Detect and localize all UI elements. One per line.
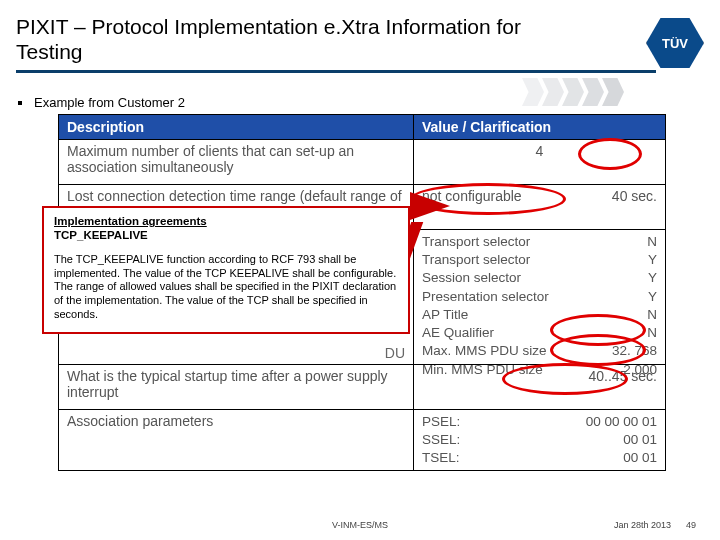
footer: V-INM-ES/MS Jan 28th 2013 49: [0, 520, 720, 530]
cell-value: not configurable 40 sec.: [414, 185, 665, 229]
callout-arrow-icon: [410, 192, 450, 220]
item-val: N: [647, 233, 657, 251]
item-key: TSEL:: [422, 449, 460, 467]
footer-right: Jan 28th 2013 49: [614, 520, 696, 530]
item-val: 00 01: [623, 431, 657, 449]
header-value: Value / Clarification: [414, 115, 665, 139]
cell-description: Association parameters: [59, 410, 414, 470]
footer-date: Jan 28th 2013: [614, 520, 671, 530]
slide: TÜV PIXIT – Protocol Implementation e.Xt…: [0, 0, 720, 540]
item-key: SSEL:: [422, 431, 460, 449]
bullet-text: Example from Customer 2: [34, 95, 185, 110]
item-val: Y: [648, 269, 657, 287]
item-key: PSEL:: [422, 413, 460, 431]
item-val: Y: [648, 288, 657, 306]
title-underline: [16, 70, 656, 73]
table-header-row: Description Value / Clarification: [58, 114, 666, 140]
page-title: PIXIT – Protocol Implementation e.Xtra I…: [16, 14, 576, 64]
item-key: Session selector: [422, 269, 521, 287]
chevron-icon: [582, 78, 604, 106]
highlight-circle-icon: [550, 334, 646, 366]
item-val: Y: [648, 251, 657, 269]
chevron-icon: [542, 78, 564, 106]
item-key: AP Title: [422, 306, 468, 324]
chevron-icon: [602, 78, 624, 106]
chevron-icon: [522, 78, 544, 106]
highlight-circle-icon: [502, 363, 628, 395]
item-val: 00 00 00 01: [586, 413, 657, 431]
list-item: Transport selectorN: [422, 233, 657, 251]
list-item: Transport selectorY: [422, 251, 657, 269]
table-row: Association parameters PSEL:00 00 00 01 …: [58, 410, 666, 471]
cell-description: What is the typical startup time after a…: [59, 365, 414, 409]
cell-description: Maximum number of clients that can set-u…: [59, 140, 414, 184]
callout-subtitle: TCP_KEEPALIVE: [54, 228, 398, 242]
tuv-logo-hex: TÜV: [646, 14, 704, 72]
list-item: PSEL:00 00 00 01: [422, 413, 657, 431]
callout-title: Implementation agreements: [54, 214, 398, 228]
list-item: TSEL:00 01: [422, 449, 657, 467]
list-item: Session selectorY: [422, 269, 657, 287]
chevron-strip-icon: [524, 78, 624, 106]
table-row: Maximum number of clients that can set-u…: [58, 140, 666, 185]
chevron-icon: [562, 78, 584, 106]
bullet-dot-icon: [18, 101, 22, 105]
cell-value: 40..45 sec.: [414, 365, 665, 409]
callout-box: Implementation agreements TCP_KEEPALIVE …: [42, 206, 410, 334]
value-text: 4: [536, 143, 544, 159]
item-key: Max. MMS PDU size: [422, 342, 547, 360]
tuv-logo-text: TÜV: [662, 36, 688, 51]
tuv-logo: TÜV: [646, 14, 702, 70]
cell-value: 4: [414, 140, 665, 184]
table-row: What is the typical startup time after a…: [58, 365, 666, 410]
list-item: SSEL:00 01: [422, 431, 657, 449]
item-val: N: [647, 324, 657, 342]
item-val: N: [647, 306, 657, 324]
item-key: Transport selector: [422, 233, 530, 251]
footer-page: 49: [686, 520, 696, 530]
cell-value: Transport selectorN Transport selectorY …: [414, 230, 665, 364]
value-right: 40 sec.: [612, 188, 657, 226]
item-key: Presentation selector: [422, 288, 549, 306]
cell-value: PSEL:00 00 00 01 SSEL:00 01 TSEL:00 01: [414, 410, 665, 470]
item-val: 00 01: [623, 449, 657, 467]
list-item: Presentation selectorY: [422, 288, 657, 306]
header-description: Description: [59, 115, 414, 139]
item-key: Transport selector: [422, 251, 530, 269]
callout-body: The TCP_KEEPALIVE function according to …: [54, 253, 398, 322]
hidden-fragment: DU: [385, 345, 405, 361]
item-key: AE Qualifier: [422, 324, 494, 342]
highlight-circle-icon: [578, 138, 642, 170]
footer-center: V-INM-ES/MS: [332, 520, 388, 530]
